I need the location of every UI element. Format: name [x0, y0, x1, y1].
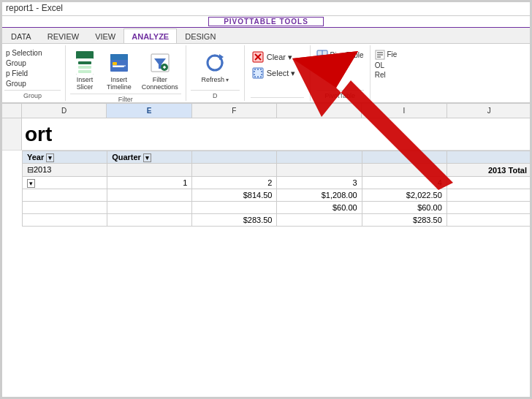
- svg-rect-3: [78, 66, 91, 69]
- timeline-icon: [107, 51, 131, 75]
- dr3-c6: [446, 214, 531, 227]
- timeline-label: InsertTimeline: [107, 76, 132, 91]
- ol-item[interactable]: OL: [375, 61, 410, 69]
- year-header: Year ▾: [23, 151, 107, 164]
- dr3-c4: [277, 214, 362, 227]
- ribbon: p Selection Group p Field Group Group: [0, 44, 532, 104]
- insert-slicer-button[interactable]: InsertSlicer: [70, 50, 99, 92]
- pivot-tools-label: PIVOTTABLE TOOLS: [208, 17, 324, 26]
- select-button[interactable]: Select ▾: [251, 66, 304, 80]
- col-header-d[interactable]: D: [22, 104, 107, 118]
- refresh-button[interactable]: Refresh ▾: [198, 50, 232, 85]
- col-header-g[interactable]: [277, 104, 362, 118]
- tab-data[interactable]: DATA: [3, 28, 39, 43]
- group-pivottable: PivotTable Rel PivotTable: [311, 45, 370, 101]
- q4-header: [446, 151, 531, 164]
- q2-num: 2: [192, 177, 277, 189]
- tab-view[interactable]: VIEW: [87, 28, 123, 43]
- fie-item[interactable]: Fie: [375, 50, 410, 60]
- quarter-filter-icon[interactable]: ▾: [143, 153, 151, 162]
- p-field[interactable]: p Field: [4, 69, 61, 78]
- dr2-c4: $60.00: [277, 202, 362, 214]
- svg-rect-7: [113, 62, 117, 65]
- spreadsheet-area: D E F I J ort Year ▾ Quarter ▾: [0, 104, 532, 227]
- col-header-j[interactable]: J: [447, 104, 532, 118]
- quarter-header: Quarter ▾: [107, 151, 192, 164]
- slicer-icon: [73, 51, 96, 75]
- refresh-dropdown-arrow: ▾: [226, 77, 229, 83]
- q1-header: [192, 151, 277, 164]
- filter-connections-button[interactable]: FilterConnections: [139, 50, 181, 92]
- dr1-c3: $814.50: [192, 189, 277, 202]
- pivot-tools-banner: PIVOTTABLE TOOLS: [0, 16, 532, 28]
- qrow-total: [446, 177, 531, 189]
- select-label: Select ▾: [267, 69, 296, 78]
- quarter-num-row: ▾ 1 2 3 4: [23, 177, 532, 189]
- dr1-c1: [23, 189, 107, 202]
- clear-icon: [252, 51, 264, 63]
- q2-header: [277, 151, 362, 164]
- row-num-title: [0, 118, 22, 150]
- group-item2[interactable]: Group: [4, 79, 61, 88]
- tab-design[interactable]: DESIGN: [177, 28, 224, 43]
- col-header-e[interactable]: E: [107, 104, 191, 118]
- filter-label: Filter: [70, 94, 181, 103]
- title-bar: report1 - Excel: [0, 0, 532, 16]
- row-header-spacer: [0, 104, 22, 118]
- pivot-table-area: Year ▾ Quarter ▾ ⊟2013 2013 Total: [0, 151, 532, 227]
- year-2013-empty2: [192, 164, 277, 177]
- col-header-f[interactable]: F: [192, 104, 277, 118]
- insert-timeline-button[interactable]: InsertTimeline: [104, 50, 134, 92]
- svg-rect-2: [78, 61, 91, 64]
- qrow-empty: ▾: [23, 177, 107, 189]
- group-field-list: Fie OL Rel: [370, 45, 414, 101]
- dr2-c2: [107, 202, 192, 214]
- pivottable-item[interactable]: PivotTable: [316, 50, 364, 61]
- window-title: report1 - Excel: [6, 3, 63, 13]
- refresh-label: Refresh: [201, 76, 224, 83]
- actions-label: [251, 97, 304, 99]
- dr1-c2: [107, 189, 192, 202]
- group-label: Group: [4, 90, 61, 99]
- dr1-c6: [446, 189, 531, 202]
- slicer-label: InsertSlicer: [77, 76, 94, 91]
- col-header-i[interactable]: I: [362, 104, 446, 118]
- dr3-c2: [107, 214, 192, 227]
- year-2013-empty: [107, 164, 192, 177]
- group-item[interactable]: Group: [4, 58, 61, 68]
- q3-header: [362, 151, 446, 164]
- pivot-table: Year ▾ Quarter ▾ ⊟2013 2013 Total: [22, 151, 532, 227]
- title-cell: ort: [22, 118, 532, 150]
- select-icon: [252, 67, 264, 79]
- tab-analyze[interactable]: ANALYZE: [123, 28, 177, 43]
- column-headers: D E F I J: [0, 104, 532, 118]
- p-selection[interactable]: p Selection: [4, 48, 61, 58]
- clear-label: Clear ▾: [267, 53, 292, 62]
- dr1-c4: $1,208.00: [277, 189, 362, 202]
- dr2-c1: [23, 202, 107, 214]
- tab-review[interactable]: REVIEW: [39, 28, 87, 43]
- year-2013-empty3: [277, 164, 362, 177]
- dr3-c3: $283.50: [192, 214, 277, 227]
- refresh-icon: [203, 51, 227, 76]
- ribbon-tabs: DATA REVIEW VIEW ANALYZE DESIGN: [0, 28, 532, 44]
- dr2-c6: [446, 202, 531, 214]
- filter-connections-icon: [148, 51, 172, 75]
- data-row-3: $283.50 $283.50: [23, 214, 532, 227]
- rel2-item[interactable]: Rel: [375, 71, 410, 79]
- year-2013-cell: ⊟2013: [23, 164, 107, 177]
- year-2013-row: ⊟2013 2013 Total: [23, 164, 532, 177]
- q3-num: 3: [277, 177, 362, 189]
- filter-connections-label: FilterConnections: [142, 76, 178, 91]
- expand-icon[interactable]: ▾: [27, 179, 35, 188]
- group-filter: InsertSlicer InsertTimeline: [66, 45, 186, 101]
- year-2013-empty4: [362, 164, 446, 177]
- group-actions: Clear ▾ Select ▾: [245, 45, 311, 101]
- year-filter-icon[interactable]: ▾: [46, 153, 54, 162]
- dr2-c3: [192, 202, 277, 214]
- group-group: p Selection Group p Field Group Group: [0, 45, 66, 101]
- data-group-label: D: [191, 90, 240, 99]
- dr3-c5: $283.50: [362, 214, 446, 227]
- rel-item[interactable]: Rel: [316, 63, 364, 71]
- clear-button[interactable]: Clear ▾: [251, 50, 304, 64]
